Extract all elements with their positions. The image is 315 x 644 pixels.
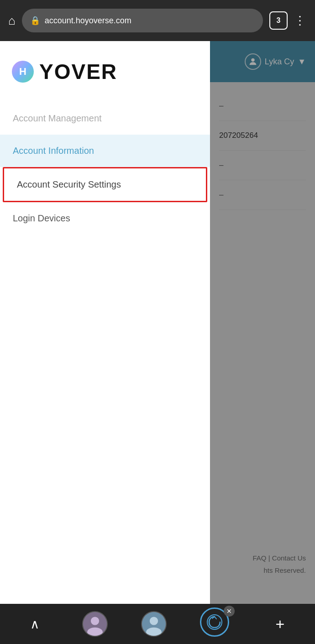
svg-point-8: [146, 628, 162, 637]
svg-point-4: [91, 617, 99, 625]
main-content: Lyka Cy ▼ – 207205264 – – FAQ | Contact …: [0, 41, 315, 604]
tab-thumb-2-content: [142, 612, 166, 636]
nav-item-login-devices[interactable]: Login Devices: [0, 202, 210, 235]
url-text: account.hoyoverse.com: [45, 16, 131, 26]
plus-icon: +: [275, 615, 284, 633]
tab-thumb-1-content: [83, 612, 107, 636]
address-bar[interactable]: 🔒 account.hoyoverse.com: [22, 9, 263, 32]
svg-point-5: [87, 628, 103, 637]
navigation-drawer: H YOVER Account Management Account Infor…: [0, 41, 210, 604]
logo-area: H YOVER: [0, 41, 210, 93]
nav-menu: Account Management Account Information A…: [0, 102, 210, 235]
tab-thumb-1[interactable]: [82, 611, 108, 637]
hoyoverse-logo-icon: H: [11, 60, 35, 84]
nav-item-account-management[interactable]: Account Management: [0, 102, 210, 135]
svg-text:H: H: [19, 66, 26, 77]
add-button[interactable]: +: [266, 610, 294, 638]
lock-icon: 🔒: [30, 16, 40, 26]
center-tab-button[interactable]: ✕: [200, 607, 233, 640]
dim-overlay[interactable]: [210, 41, 315, 604]
home-icon[interactable]: ⌂: [8, 14, 16, 28]
tab-count[interactable]: 3: [269, 11, 288, 30]
svg-point-7: [150, 617, 158, 625]
browser-chrome: ⌂ 🔒 account.hoyoverse.com 3 ⋮: [0, 0, 315, 41]
browser-menu-icon[interactable]: ⋮: [294, 14, 307, 28]
close-badge[interactable]: ✕: [224, 606, 235, 617]
tab-thumb-2[interactable]: [141, 611, 167, 637]
logo-text: YOVER: [39, 59, 117, 84]
back-icon: ∧: [30, 617, 40, 632]
nav-item-account-information[interactable]: Account Information: [0, 135, 210, 167]
back-button[interactable]: ∧: [21, 610, 49, 638]
nav-item-account-security[interactable]: Account Security Settings: [3, 167, 207, 202]
bottom-nav-bar: ∧ ✕ +: [0, 604, 315, 644]
